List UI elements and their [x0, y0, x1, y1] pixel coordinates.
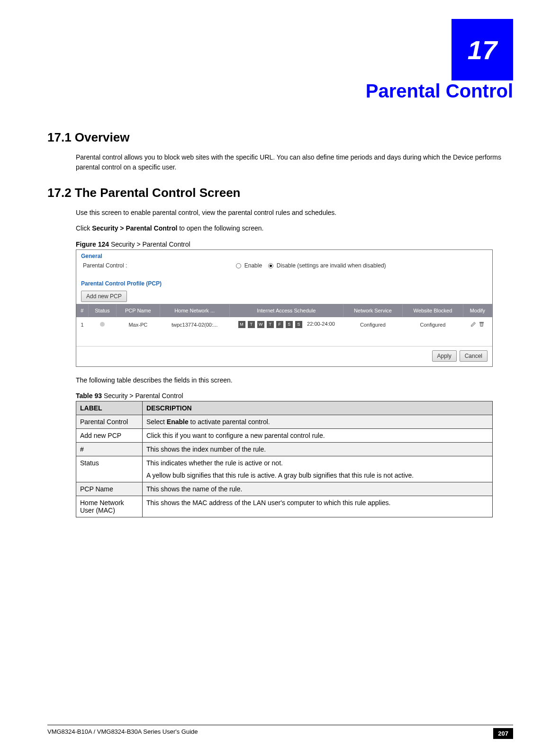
- table-row: 1 Max-PC twpc13774-02(00:... M T W T F S…: [76, 317, 492, 332]
- section-17-2-heading: 17.2 The Parental Control Screen: [47, 186, 513, 200]
- table-row: Status This indicates whether the rule i…: [76, 456, 493, 482]
- pcp-table: # Status PCP Name Home Network ... Inter…: [76, 304, 492, 332]
- row-desc: Click this if you want to configure a ne…: [143, 429, 493, 443]
- cancel-button[interactable]: Cancel: [460, 350, 488, 362]
- day-t2: T: [267, 321, 274, 328]
- navigation-instruction: Click Security > Parental Control to ope…: [76, 224, 513, 232]
- cell-status: [88, 317, 117, 332]
- cell-num: 1: [76, 317, 88, 332]
- day-m: M: [238, 321, 245, 328]
- cell-home: twpc13774-02(00:...: [160, 317, 229, 332]
- sc-general-heading: General: [76, 250, 492, 260]
- row-desc: Select Enable to activate parental contr…: [143, 415, 493, 429]
- row-desc: This shows the index number of the rule.: [143, 443, 493, 456]
- cell-time: 22:00-24:00: [307, 321, 335, 327]
- col-home: Home Network ...: [160, 304, 229, 317]
- section-17-1-text: Parental control allows you to block web…: [76, 152, 513, 172]
- sc-radio-group: Enable Disable (settings are invalid whe…: [236, 262, 386, 269]
- row-desc: This shows the MAC address of the LAN us…: [143, 496, 493, 517]
- add-new-pcp-button[interactable]: Add new PCP: [81, 291, 127, 302]
- figure-number: Figure 124: [76, 240, 109, 248]
- th-desc: DESCRIPTION: [143, 401, 493, 415]
- disable-radio[interactable]: [268, 263, 273, 268]
- day-s2: S: [295, 321, 302, 328]
- row-desc: This indicates whether the rule is activ…: [143, 456, 493, 482]
- col-schedule: Internet Access Schedule: [229, 304, 343, 317]
- enable-radio-label: Enable: [244, 262, 262, 269]
- col-pcp-name: PCP Name: [117, 304, 160, 317]
- table-intro-text: The following table describes the fields…: [76, 375, 513, 385]
- th-label: LABEL: [76, 401, 143, 415]
- chapter-title: Parental Control: [47, 80, 513, 102]
- day-f: F: [276, 321, 283, 328]
- click-prefix: Click: [76, 224, 92, 232]
- edit-icon[interactable]: [470, 321, 477, 327]
- sc-parental-control-label: Parental Control :: [83, 262, 127, 269]
- col-net-service: Network Service: [343, 304, 402, 317]
- figure-label: Figure 124 Security > Parental Control: [76, 240, 513, 248]
- row-desc: This shows the name of the rule.: [143, 482, 493, 496]
- apply-button[interactable]: Apply: [432, 350, 457, 362]
- click-path: Security > Parental Control: [92, 224, 177, 232]
- cell-pcp-name: Max-PC: [117, 317, 160, 332]
- cell-modify: [463, 317, 492, 332]
- row-label: Parental Control: [76, 415, 143, 429]
- day-t1: T: [248, 321, 255, 328]
- sc-pcp-heading: Parental Control Profile (PCP): [76, 277, 492, 288]
- cell-web-blocked: Configured: [403, 317, 463, 332]
- description-table: LABEL DESCRIPTION Parental Control Selec…: [76, 401, 493, 517]
- table-row: Add new PCP Click this if you want to co…: [76, 429, 493, 443]
- cell-net-service: Configured: [343, 317, 402, 332]
- col-num: #: [76, 304, 88, 317]
- section-17-1-heading: 17.1 Overview: [47, 130, 513, 145]
- section-17-2-text: Use this screen to enable parental contr…: [76, 208, 513, 218]
- figure-caption: Security > Parental Control: [109, 240, 190, 248]
- table-row: Home Network User (MAC) This shows the M…: [76, 496, 493, 517]
- row-label: Home Network User (MAC): [76, 496, 143, 517]
- day-s1: S: [286, 321, 293, 328]
- table-caption: Table 93 Security > Parental Control: [76, 392, 513, 400]
- table-number: Table 93: [76, 392, 102, 400]
- col-status: Status: [88, 304, 117, 317]
- page-number: 207: [493, 728, 513, 739]
- row-label: #: [76, 443, 143, 456]
- click-suffix: to open the following screen.: [177, 224, 263, 232]
- chapter-number-box: 17: [452, 19, 513, 80]
- chapter-number: 17: [468, 35, 497, 65]
- col-web-blocked: Website Blocked: [403, 304, 463, 317]
- table-caption-text: Security > Parental Control: [102, 392, 183, 400]
- figure-screenshot: General Parental Control : Enable Disabl…: [76, 249, 493, 367]
- disable-radio-label: Disable (settings are invalid when disab…: [277, 262, 386, 269]
- row-label: PCP Name: [76, 482, 143, 496]
- table-row: # This shows the index number of the rul…: [76, 443, 493, 456]
- row-label: Status: [76, 456, 143, 482]
- table-row: PCP Name This shows the name of the rule…: [76, 482, 493, 496]
- footer-guide: VMG8324-B10A / VMG8324-B30A Series User'…: [47, 728, 198, 739]
- delete-icon[interactable]: [479, 321, 485, 327]
- cell-schedule: M T W T F S S 22:00-24:00: [229, 317, 343, 332]
- enable-radio[interactable]: [236, 263, 241, 268]
- table-row: Parental Control Select Enable to activa…: [76, 415, 493, 429]
- day-w: W: [257, 321, 264, 328]
- row-label: Add new PCP: [76, 429, 143, 443]
- bulb-icon: [100, 322, 105, 327]
- col-modify: Modify: [463, 304, 492, 317]
